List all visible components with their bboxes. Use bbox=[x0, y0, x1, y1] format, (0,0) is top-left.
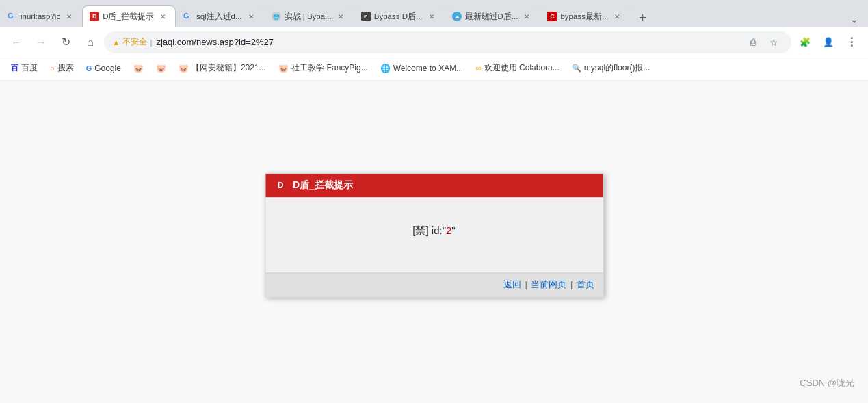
colabora-icon: ∞ bbox=[475, 64, 482, 73]
content-area: D D盾_拦截提示 [禁] id:"2" 返回 | 当前网页 | 首页 CSDN… bbox=[0, 79, 868, 403]
tab-5-title: Bypass D盾... bbox=[374, 12, 423, 22]
tab-1-favicon: G bbox=[8, 12, 17, 21]
back-button[interactable]: ← bbox=[5, 31, 27, 53]
tab-6-favicon: ☁ bbox=[452, 12, 462, 21]
security-label: 不安全 bbox=[122, 37, 147, 47]
tab-5-favicon: ⊙ bbox=[361, 12, 371, 21]
tab-7-title: bypass最新... bbox=[560, 12, 608, 22]
footer-sep-1: | bbox=[525, 279, 529, 289]
bookmark-xam[interactable]: 🌐 Welcome to XAM... bbox=[375, 61, 469, 76]
alert-message: [禁] id:"2" bbox=[412, 224, 455, 237]
bookmark-wangan[interactable]: 🐷 【网安秘籍】2021... bbox=[173, 60, 272, 77]
search-label: 搜索 bbox=[57, 62, 74, 74]
google-icon: G bbox=[86, 64, 92, 73]
warning-icon: ▲ bbox=[112, 38, 120, 47]
alert-prefix: [禁] id:" bbox=[412, 224, 446, 236]
tab-4-favicon: 🌐 bbox=[272, 12, 281, 21]
nav-actions: 🧩 👤 ⋮ bbox=[794, 31, 863, 53]
tab-bar-end: ⌄ bbox=[846, 11, 868, 27]
google-label: Google bbox=[94, 64, 121, 73]
alert-header: D D盾_拦截提示 bbox=[265, 174, 603, 197]
fancypig-label: 社工教学-FancyPig... bbox=[291, 62, 368, 74]
bookmark-baidu[interactable]: 百 百度 bbox=[5, 60, 43, 77]
tab-3-close[interactable]: ✕ bbox=[246, 11, 257, 22]
tab-2-title: D盾_拦截提示 bbox=[103, 12, 154, 22]
bookmark-fancypig[interactable]: 🐷 社工教学-FancyPig... bbox=[273, 60, 373, 77]
bookmark-button[interactable]: ☆ bbox=[764, 33, 783, 52]
omnibox[interactable]: ▲ 不安全 | zjaql.com/news.asp?id=2%27 ⎙ ☆ bbox=[104, 31, 791, 53]
new-tab-button[interactable]: + bbox=[633, 8, 652, 27]
tab-7-favicon: C bbox=[547, 12, 557, 21]
tab-5[interactable]: ⊙ Bypass D盾... ✕ bbox=[354, 5, 445, 27]
colabora-label: 欢迎使用 Colabora... bbox=[484, 62, 560, 74]
wangan-label: 【网安秘籍】2021... bbox=[192, 62, 266, 74]
bookmark-search[interactable]: ○ 搜索 bbox=[44, 60, 79, 77]
alert-title: D盾_拦截提示 bbox=[293, 179, 353, 192]
tab-6-title: 最新绕过D盾... bbox=[465, 12, 518, 22]
tab-3[interactable]: G sql注入过d... ✕ bbox=[176, 5, 264, 27]
bookmark-pig2[interactable]: 🐷 bbox=[150, 61, 172, 76]
tab-5-close[interactable]: ✕ bbox=[426, 11, 437, 22]
translate-icon: 🐷 bbox=[133, 64, 144, 73]
tab-7-close[interactable]: ✕ bbox=[611, 11, 622, 22]
bookmark-mysql[interactable]: 🔍 mysql的floor()报... bbox=[566, 60, 656, 77]
footer-back-link[interactable]: 返回 bbox=[503, 279, 521, 289]
wangan-icon: 🐷 bbox=[179, 64, 189, 73]
mysql-icon: 🔍 bbox=[572, 64, 581, 73]
baidu-label: 百度 bbox=[21, 62, 38, 74]
url-display[interactable]: zjaql.com/news.asp?id=2%27 bbox=[156, 37, 739, 47]
reload-button[interactable]: ↻ bbox=[55, 31, 77, 53]
tab-7[interactable]: C bypass最新... ✕ bbox=[540, 5, 630, 27]
alert-footer: 返回 | 当前网页 | 首页 bbox=[265, 272, 603, 296]
tab-menu-button[interactable]: ⌄ bbox=[846, 11, 863, 27]
tab-1-title: inurl:asp?ic bbox=[21, 12, 60, 21]
tab-3-title: sql注入过d... bbox=[196, 12, 242, 22]
omnibox-actions: ⎙ ☆ bbox=[744, 33, 783, 52]
nav-bar: ← → ↻ ⌂ ▲ 不安全 | zjaql.com/news.asp?id=2%… bbox=[0, 27, 868, 57]
extensions-button[interactable]: 🧩 bbox=[794, 31, 816, 53]
alert-body: [禁] id:"2" bbox=[265, 197, 603, 272]
menu-button[interactable]: ⋮ bbox=[841, 31, 863, 53]
home-button[interactable]: ⌂ bbox=[79, 31, 101, 53]
search-icon: ○ bbox=[50, 64, 55, 73]
pig2-icon: 🐷 bbox=[156, 64, 166, 73]
baidu-icon: 百 bbox=[11, 63, 18, 73]
profile-button[interactable]: 👤 bbox=[817, 31, 839, 53]
share-button[interactable]: ⎙ bbox=[744, 33, 763, 52]
security-indicator: ▲ 不安全 | bbox=[112, 37, 152, 47]
bookmark-translate[interactable]: 🐷 bbox=[128, 61, 149, 76]
xam-icon: 🌐 bbox=[380, 64, 391, 73]
bookmark-google[interactable]: G Google bbox=[81, 61, 127, 76]
fancypig-icon: 🐷 bbox=[278, 64, 289, 73]
tab-2[interactable]: D D盾_拦截提示 ✕ bbox=[82, 5, 176, 27]
footer-sep-2: | bbox=[570, 279, 575, 289]
tab-bar: G inurl:asp?ic ✕ D D盾_拦截提示 ✕ G sql注入过d..… bbox=[0, 0, 868, 27]
xam-label: Welcome to XAM... bbox=[393, 64, 463, 73]
tab-1[interactable]: G inurl:asp?ic ✕ bbox=[0, 5, 82, 27]
forward-button[interactable]: → bbox=[30, 31, 52, 53]
footer-current-link[interactable]: 当前网页 bbox=[531, 279, 566, 289]
watermark-text: CSDN @咙光 bbox=[800, 378, 854, 388]
tab-3-favicon: G bbox=[183, 12, 193, 21]
tab-6[interactable]: ☁ 最新绕过D盾... ✕ bbox=[445, 5, 540, 27]
separator: | bbox=[150, 38, 152, 47]
tab-6-close[interactable]: ✕ bbox=[521, 11, 532, 22]
mysql-label: mysql的floor()报... bbox=[584, 62, 650, 74]
tab-2-favicon: D bbox=[90, 12, 99, 21]
browser-window: G inurl:asp?ic ✕ D D盾_拦截提示 ✕ G sql注入过d..… bbox=[0, 0, 868, 403]
bookmarks-bar: 百 百度 ○ 搜索 G Google 🐷 🐷 🐷 【网安秘籍】2021... 🐷… bbox=[0, 57, 868, 79]
watermark: CSDN @咙光 bbox=[800, 377, 854, 389]
alert-suffix: " bbox=[451, 224, 455, 236]
dshield-alert-box: D D盾_拦截提示 [禁] id:"2" 返回 | 当前网页 | 首页 bbox=[265, 173, 603, 297]
tab-4-close[interactable]: ✕ bbox=[335, 11, 346, 22]
tab-1-close[interactable]: ✕ bbox=[64, 11, 75, 22]
bookmark-colabora[interactable]: ∞ 欢迎使用 Colabora... bbox=[470, 60, 565, 77]
tab-4-title: 实战 | Bypa... bbox=[285, 12, 332, 22]
tab-2-close[interactable]: ✕ bbox=[157, 11, 168, 22]
dshield-icon: D bbox=[274, 179, 287, 192]
footer-home-link[interactable]: 首页 bbox=[577, 279, 594, 289]
tab-4[interactable]: 🌐 实战 | Bypa... ✕ bbox=[264, 5, 354, 27]
